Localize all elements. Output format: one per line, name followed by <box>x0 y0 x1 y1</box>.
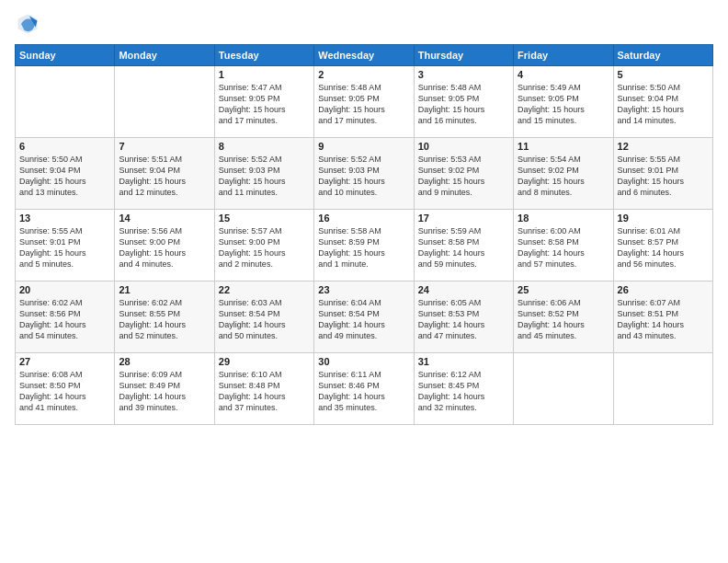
day-number: 8 <box>219 141 310 152</box>
calendar-cell: 22Sunrise: 6:03 AM Sunset: 8:54 PM Dayli… <box>214 282 313 353</box>
day-info: Sunrise: 5:56 AM Sunset: 9:00 PM Dayligh… <box>119 225 210 270</box>
day-info: Sunrise: 6:10 AM Sunset: 8:48 PM Dayligh… <box>219 369 310 414</box>
day-info: Sunrise: 6:02 AM Sunset: 8:56 PM Dayligh… <box>19 297 110 342</box>
calendar-cell: 14Sunrise: 5:56 AM Sunset: 9:00 PM Dayli… <box>115 210 214 282</box>
weekday-header: Monday <box>115 45 214 66</box>
calendar-cell: 19Sunrise: 6:01 AM Sunset: 8:57 PM Dayli… <box>613 210 712 282</box>
day-info: Sunrise: 5:52 AM Sunset: 9:03 PM Dayligh… <box>318 154 409 199</box>
day-number: 1 <box>219 69 310 80</box>
day-number: 31 <box>418 356 509 367</box>
calendar-cell <box>16 66 115 138</box>
day-number: 7 <box>119 141 210 152</box>
calendar-cell: 3Sunrise: 5:48 AM Sunset: 9:05 PM Daylig… <box>414 66 513 138</box>
weekday-header: Thursday <box>414 45 513 66</box>
weekday-header: Tuesday <box>214 45 313 66</box>
day-info: Sunrise: 6:12 AM Sunset: 8:45 PM Dayligh… <box>418 369 509 414</box>
day-info: Sunrise: 5:54 AM Sunset: 9:02 PM Dayligh… <box>518 154 609 199</box>
day-number: 6 <box>19 141 110 152</box>
day-number: 16 <box>318 213 409 224</box>
day-info: Sunrise: 6:01 AM Sunset: 8:57 PM Dayligh… <box>618 225 709 270</box>
day-info: Sunrise: 5:51 AM Sunset: 9:04 PM Dayligh… <box>119 154 210 199</box>
day-number: 4 <box>518 69 609 80</box>
calendar-cell: 1Sunrise: 5:47 AM Sunset: 9:05 PM Daylig… <box>214 66 313 138</box>
day-info: Sunrise: 5:50 AM Sunset: 9:04 PM Dayligh… <box>618 82 709 127</box>
calendar-cell: 18Sunrise: 6:00 AM Sunset: 8:58 PM Dayli… <box>514 210 613 282</box>
day-number: 2 <box>318 69 409 80</box>
day-info: Sunrise: 5:48 AM Sunset: 9:05 PM Dayligh… <box>318 82 409 127</box>
day-info: Sunrise: 5:59 AM Sunset: 8:58 PM Dayligh… <box>418 225 509 270</box>
calendar-cell: 12Sunrise: 5:55 AM Sunset: 9:01 PM Dayli… <box>613 138 712 210</box>
day-number: 28 <box>119 356 210 367</box>
day-info: Sunrise: 6:00 AM Sunset: 8:58 PM Dayligh… <box>518 225 609 270</box>
calendar-cell: 25Sunrise: 6:06 AM Sunset: 8:52 PM Dayli… <box>514 282 613 353</box>
weekday-header: Friday <box>514 45 613 66</box>
logo-icon <box>15 11 40 37</box>
calendar-cell: 29Sunrise: 6:10 AM Sunset: 8:48 PM Dayli… <box>214 353 313 425</box>
day-info: Sunrise: 6:09 AM Sunset: 8:49 PM Dayligh… <box>119 369 210 414</box>
day-number: 25 <box>518 284 609 295</box>
day-number: 22 <box>219 284 310 295</box>
day-number: 5 <box>618 69 709 80</box>
day-info: Sunrise: 5:50 AM Sunset: 9:04 PM Dayligh… <box>19 154 110 199</box>
day-number: 14 <box>119 213 210 224</box>
calendar-cell: 8Sunrise: 5:52 AM Sunset: 9:03 PM Daylig… <box>214 138 313 210</box>
day-number: 13 <box>19 213 110 224</box>
calendar-cell <box>613 353 712 425</box>
day-number: 3 <box>418 69 509 80</box>
day-number: 12 <box>618 141 709 152</box>
logo <box>15 11 44 37</box>
calendar-cell: 13Sunrise: 5:55 AM Sunset: 9:01 PM Dayli… <box>16 210 115 282</box>
calendar-header: SundayMondayTuesdayWednesdayThursdayFrid… <box>16 45 713 66</box>
header <box>15 11 713 37</box>
day-info: Sunrise: 5:52 AM Sunset: 9:03 PM Dayligh… <box>219 154 310 199</box>
calendar-cell <box>115 66 214 138</box>
day-info: Sunrise: 5:55 AM Sunset: 9:01 PM Dayligh… <box>19 225 110 270</box>
day-info: Sunrise: 6:05 AM Sunset: 8:53 PM Dayligh… <box>418 297 509 342</box>
calendar-page: SundayMondayTuesdayWednesdayThursdayFrid… <box>0 0 728 563</box>
calendar-cell: 28Sunrise: 6:09 AM Sunset: 8:49 PM Dayli… <box>115 353 214 425</box>
day-number: 9 <box>318 141 409 152</box>
day-number: 19 <box>618 213 709 224</box>
calendar-cell: 27Sunrise: 6:08 AM Sunset: 8:50 PM Dayli… <box>16 353 115 425</box>
weekday-header: Saturday <box>613 45 712 66</box>
day-number: 23 <box>318 284 409 295</box>
day-number: 29 <box>219 356 310 367</box>
calendar-cell: 2Sunrise: 5:48 AM Sunset: 9:05 PM Daylig… <box>314 66 414 138</box>
calendar-cell: 4Sunrise: 5:49 AM Sunset: 9:05 PM Daylig… <box>514 66 613 138</box>
day-info: Sunrise: 5:47 AM Sunset: 9:05 PM Dayligh… <box>219 82 310 127</box>
day-info: Sunrise: 5:48 AM Sunset: 9:05 PM Dayligh… <box>418 82 509 127</box>
calendar-cell: 24Sunrise: 6:05 AM Sunset: 8:53 PM Dayli… <box>414 282 513 353</box>
calendar-cell: 16Sunrise: 5:58 AM Sunset: 8:59 PM Dayli… <box>314 210 414 282</box>
day-number: 20 <box>19 284 110 295</box>
calendar-cell: 21Sunrise: 6:02 AM Sunset: 8:55 PM Dayli… <box>115 282 214 353</box>
day-number: 24 <box>418 284 509 295</box>
day-info: Sunrise: 6:08 AM Sunset: 8:50 PM Dayligh… <box>19 369 110 414</box>
day-number: 15 <box>219 213 310 224</box>
calendar-cell: 23Sunrise: 6:04 AM Sunset: 8:54 PM Dayli… <box>314 282 414 353</box>
day-info: Sunrise: 5:58 AM Sunset: 8:59 PM Dayligh… <box>318 225 409 270</box>
calendar-cell: 10Sunrise: 5:53 AM Sunset: 9:02 PM Dayli… <box>414 138 513 210</box>
weekday-header: Sunday <box>16 45 115 66</box>
calendar-cell: 11Sunrise: 5:54 AM Sunset: 9:02 PM Dayli… <box>514 138 613 210</box>
calendar-cell: 5Sunrise: 5:50 AM Sunset: 9:04 PM Daylig… <box>613 66 712 138</box>
calendar-cell: 30Sunrise: 6:11 AM Sunset: 8:46 PM Dayli… <box>314 353 414 425</box>
day-info: Sunrise: 5:49 AM Sunset: 9:05 PM Dayligh… <box>518 82 609 127</box>
calendar-cell: 7Sunrise: 5:51 AM Sunset: 9:04 PM Daylig… <box>115 138 214 210</box>
day-number: 18 <box>518 213 609 224</box>
day-info: Sunrise: 6:04 AM Sunset: 8:54 PM Dayligh… <box>318 297 409 342</box>
day-info: Sunrise: 5:55 AM Sunset: 9:01 PM Dayligh… <box>618 154 709 199</box>
calendar-cell: 20Sunrise: 6:02 AM Sunset: 8:56 PM Dayli… <box>16 282 115 353</box>
day-info: Sunrise: 5:53 AM Sunset: 9:02 PM Dayligh… <box>418 154 509 199</box>
calendar-cell: 26Sunrise: 6:07 AM Sunset: 8:51 PM Dayli… <box>613 282 712 353</box>
calendar-table: SundayMondayTuesdayWednesdayThursdayFrid… <box>15 44 713 425</box>
day-info: Sunrise: 6:02 AM Sunset: 8:55 PM Dayligh… <box>119 297 210 342</box>
day-number: 10 <box>418 141 509 152</box>
day-number: 11 <box>518 141 609 152</box>
calendar-cell: 9Sunrise: 5:52 AM Sunset: 9:03 PM Daylig… <box>314 138 414 210</box>
calendar-cell: 31Sunrise: 6:12 AM Sunset: 8:45 PM Dayli… <box>414 353 513 425</box>
calendar-cell: 15Sunrise: 5:57 AM Sunset: 9:00 PM Dayli… <box>214 210 313 282</box>
day-info: Sunrise: 6:03 AM Sunset: 8:54 PM Dayligh… <box>219 297 310 342</box>
day-number: 21 <box>119 284 210 295</box>
day-info: Sunrise: 6:07 AM Sunset: 8:51 PM Dayligh… <box>618 297 709 342</box>
day-number: 30 <box>318 356 409 367</box>
